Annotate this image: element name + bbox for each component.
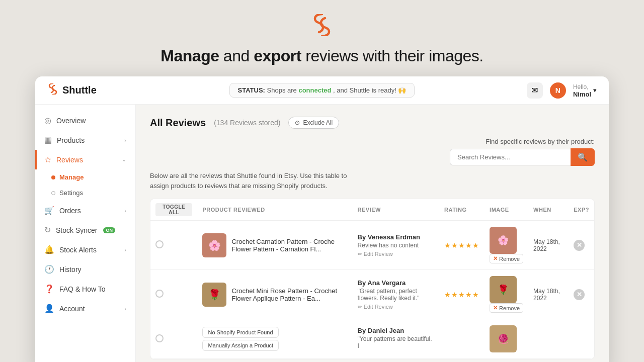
row-radio-2[interactable] xyxy=(155,290,164,298)
user-greeting[interactable]: Hello, Nimol ▾ xyxy=(573,83,597,98)
row-review-cell-2: By Ana Vergara "Great pattern, perfect f… xyxy=(353,270,440,319)
col-when: WHEN xyxy=(528,199,569,221)
exclude-all-button[interactable]: ⊙ Exclude All xyxy=(288,117,339,129)
exclude-icon: ⊙ xyxy=(295,119,300,126)
rating-stars-2: ★★★★★ xyxy=(444,291,479,299)
reviews-table: TOGGLE ALL PRODUCT REVIEWED REVIEW RATIN… xyxy=(150,199,594,359)
reviewer-name-2: By Ana Vergara xyxy=(358,279,435,287)
sidebar-item-label: Stock Alerts xyxy=(59,246,97,254)
row-exp-cell-1: ✕ xyxy=(569,221,594,270)
sidebar-item-reviews[interactable]: ☆ Reviews ⌄ xyxy=(35,150,135,169)
shuttle-logo-icon xyxy=(47,83,58,98)
sidebar-reviews-sub: Manage Settings xyxy=(35,169,135,201)
product-thumbnail-2: 🌹 xyxy=(202,283,226,307)
sidebar-item-label: FAQ & How To xyxy=(59,285,106,293)
remove-image-button-1[interactable]: ✕ Remove xyxy=(490,254,523,263)
sidebar-item-faq[interactable]: ❓ FAQ & How To xyxy=(35,279,135,299)
sidebar-sub-label: Settings xyxy=(59,189,83,197)
review-image-2: 🌹 xyxy=(490,276,517,303)
sidebar-sub-label: Manage xyxy=(59,173,84,181)
row-radio-3[interactable] xyxy=(155,334,164,342)
hero-section: Manage and export reviews with their ima… xyxy=(0,0,644,76)
sidebar-item-stock-alerts[interactable]: 🔔 Stock Alerts › xyxy=(35,240,135,259)
product-name-2: Crochet Mini Rose Pattern - Crochet Flow… xyxy=(231,287,347,302)
rating-stars-1: ★★★★★ xyxy=(444,241,479,249)
product-thumbnail-1: 🌸 xyxy=(202,233,226,257)
sidebar-item-label: Overview xyxy=(56,117,86,125)
review-text-2: "Great pattern, perfect flowers. Really … xyxy=(358,288,435,302)
exp-close-button-2[interactable]: ✕ xyxy=(574,289,585,300)
table-row: 🌸 Crochet Carnation Pattern - Croche Flo… xyxy=(150,221,594,270)
search-wrapper: Find specific reviews by their product: … xyxy=(150,138,595,166)
col-exp: EXP? xyxy=(569,199,594,221)
products-icon: ▦ xyxy=(44,135,52,145)
faq-icon: ❓ xyxy=(44,284,54,294)
sidebar-item-label: Account xyxy=(59,305,85,313)
row-exp-cell-2: ✕ xyxy=(569,270,594,319)
sidebar-item-overview[interactable]: ◎ Overview xyxy=(35,111,135,130)
sidebar-sub-manage[interactable]: Manage xyxy=(51,169,135,185)
edit-review-link-2[interactable]: ✏ Edit Review xyxy=(358,304,435,310)
row-review-cell-1: By Venessa Erdman Review has no content … xyxy=(353,221,440,270)
col-product: PRODUCT REVIEWED xyxy=(197,199,352,221)
row-product-cell-2: 🌹 Crochet Mini Rose Pattern - Crochet Fl… xyxy=(197,270,352,319)
all-reviews-title: All Reviews xyxy=(150,117,206,129)
sidebar-item-label: Reviews xyxy=(56,156,83,164)
review-image-1: 🌸 xyxy=(490,227,517,254)
search-input[interactable] xyxy=(450,149,571,165)
app-body: ◎ Overview ▦ Products › ☆ Reviews ⌄ Mana… xyxy=(35,105,609,362)
chevron-right-icon: › xyxy=(124,137,126,143)
on-badge: ON xyxy=(103,227,115,233)
col-image: IMAGE xyxy=(485,199,528,221)
orders-icon: 🛒 xyxy=(44,206,54,215)
remove-x-icon: ✕ xyxy=(493,255,498,262)
account-icon: 👤 xyxy=(44,304,54,313)
remove-x-icon: ✕ xyxy=(493,305,498,311)
app-logo-text: Shuttle xyxy=(62,84,97,96)
assign-product-button[interactable]: Manually Assign a Product xyxy=(202,340,279,351)
table-row: 🌹 Crochet Mini Rose Pattern - Crochet Fl… xyxy=(150,270,594,319)
row-when-cell-2: May 18th, 2022 xyxy=(528,270,569,319)
row-rating-cell-3 xyxy=(439,319,485,359)
search-area: 🔍 xyxy=(450,148,595,166)
row-product-cell-3: No Shopify Product Found Manually Assign… xyxy=(197,319,352,359)
review-image-3: 🧶 xyxy=(490,325,517,352)
inactive-dot-icon xyxy=(51,191,55,195)
row-rating-cell-1: ★★★★★ xyxy=(439,221,485,270)
sidebar-item-stock-syncer[interactable]: ↻ Stock Syncer ON xyxy=(35,220,135,240)
review-text-1: Review has no content xyxy=(358,242,435,249)
reviewer-name-3: By Daniel Jean xyxy=(358,327,435,334)
app-header: Shuttle STATUS: Shops are connected , an… xyxy=(35,76,609,105)
notification-icon[interactable]: ✉ xyxy=(527,82,543,99)
sidebar-item-products[interactable]: ▦ Products › xyxy=(35,130,135,150)
search-label: Find specific reviews by their product: xyxy=(486,138,595,145)
sidebar-item-history[interactable]: 🕐 History xyxy=(35,259,135,279)
chevron-right-icon: › xyxy=(124,208,126,214)
sidebar-item-label: Orders xyxy=(59,207,81,215)
row-review-cell-3: By Daniel Jean "Your patterns are beauti… xyxy=(353,319,440,359)
col-rating: RATING xyxy=(439,199,485,221)
app-window: Shuttle STATUS: Shops are connected , an… xyxy=(35,76,609,362)
edit-review-link-1[interactable]: ✏ Edit Review xyxy=(358,251,435,257)
toggle-all-button[interactable]: TOGGLE ALL xyxy=(155,203,192,216)
overview-icon: ◎ xyxy=(44,116,51,125)
review-text-3: "Your patterns are beautiful. I xyxy=(358,335,435,349)
sidebar-item-orders[interactable]: 🛒 Orders › xyxy=(35,201,135,220)
sidebar-sub-settings[interactable]: Settings xyxy=(51,185,135,201)
row-radio-1[interactable] xyxy=(155,240,164,248)
product-name-1: Crochet Carnation Pattern - Croche Flowe… xyxy=(231,238,347,253)
table-header-row: TOGGLE ALL PRODUCT REVIEWED REVIEW RATIN… xyxy=(150,199,594,221)
col-review: REVIEW xyxy=(353,199,440,221)
sidebar-item-label: History xyxy=(59,265,82,274)
row-product-cell: 🌸 Crochet Carnation Pattern - Croche Flo… xyxy=(197,221,352,270)
reviews-count: (134 Reviews stored) xyxy=(214,119,280,127)
search-button[interactable]: 🔍 xyxy=(571,148,595,166)
row-when-cell-1: May 18th, 2022 xyxy=(528,221,569,270)
reviews-icon: ☆ xyxy=(44,155,51,164)
status-badge: STATUS: Shops are connected , and Shuttl… xyxy=(229,83,415,98)
header-center: STATUS: Shops are connected , and Shuttl… xyxy=(138,83,506,98)
remove-image-button-2[interactable]: ✕ Remove xyxy=(490,303,523,313)
sidebar-item-account[interactable]: 👤 Account › xyxy=(35,299,135,318)
chevron-right-icon: › xyxy=(124,306,126,312)
exp-close-button-1[interactable]: ✕ xyxy=(574,240,585,251)
